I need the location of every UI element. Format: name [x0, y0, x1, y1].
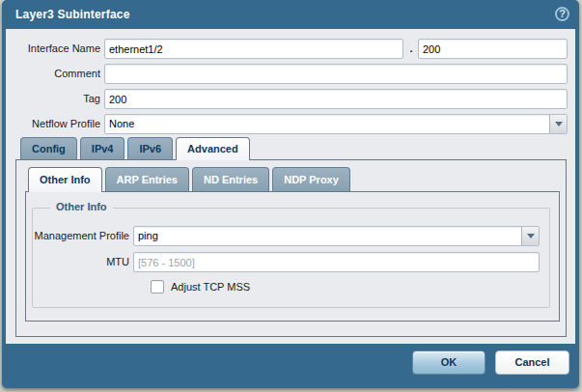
tag-input[interactable]: [104, 89, 568, 109]
adjust-tcp-mss-label: Adjust TCP MSS: [171, 278, 250, 296]
cancel-button[interactable]: Cancel: [495, 350, 569, 375]
main-tab-area: Config IPv4 IPv6 Advanced Other Info ARP…: [15, 137, 567, 337]
help-icon[interactable]: ?: [555, 7, 569, 21]
subtab-nd-entries[interactable]: ND Entries: [192, 167, 269, 191]
netflow-dropdown-trigger[interactable]: [549, 115, 567, 133]
netflow-profile-select[interactable]: None: [104, 114, 568, 134]
adjust-tcp-mss-row: Adjust TCP MSS: [33, 278, 549, 298]
management-profile-row: Management Profile ping: [33, 226, 549, 246]
tab-ipv6[interactable]: IPv6: [127, 137, 173, 159]
management-profile-label: Management Profile: [33, 226, 129, 246]
titlebar: Layer3 Subinterface ?: [2, 0, 579, 29]
tab-ipv4[interactable]: IPv4: [80, 137, 125, 159]
ok-button[interactable]: OK: [412, 350, 485, 375]
netflow-profile-label: Netflow Profile: [6, 114, 100, 134]
sub-tab-area: Other Info ARP Entries ND Entries NDP Pr…: [25, 167, 560, 322]
mtu-label: MTU: [33, 252, 129, 272]
subinterface-number-input[interactable]: [418, 39, 568, 59]
tag-label: Tag: [6, 89, 100, 109]
other-info-tab-panel: Other Info Management Profile ping: [25, 192, 560, 322]
subtab-arp-entries[interactable]: ARP Entries: [105, 167, 189, 191]
dialog-window: Layer3 Subinterface ? Interface Name . C…: [2, 0, 579, 388]
interface-name-row: Interface Name .: [6, 39, 575, 59]
comment-row: Comment: [6, 64, 575, 84]
netflow-profile-row: Netflow Profile None: [6, 114, 575, 134]
management-profile-value: ping: [134, 227, 521, 245]
subtab-other-info[interactable]: Other Info: [28, 167, 102, 192]
interface-name-label: Interface Name: [6, 39, 100, 59]
sub-tabstrip: Other Info ARP Entries ND Entries NDP Pr…: [25, 167, 560, 192]
main-tabstrip: Config IPv4 IPv6 Advanced: [15, 137, 567, 160]
comment-label: Comment: [6, 64, 100, 84]
mtu-input[interactable]: [133, 252, 540, 272]
chevron-down-icon: [527, 234, 535, 238]
footer: OK Cancel: [2, 344, 579, 388]
mtu-row: MTU: [33, 252, 549, 272]
management-profile-select[interactable]: ping: [133, 226, 540, 246]
tag-row: Tag: [6, 89, 575, 109]
tab-config[interactable]: Config: [20, 137, 77, 159]
subinterface-separator: .: [406, 39, 416, 59]
adjust-tcp-mss-checkbox[interactable]: [151, 280, 164, 294]
other-info-fieldset: Other Info Management Profile ping: [32, 208, 550, 308]
netflow-profile-value: None: [105, 115, 549, 133]
dialog-body: Interface Name . Comment Tag Netflow Pro…: [6, 29, 575, 344]
management-profile-trigger[interactable]: [521, 227, 539, 245]
subtab-ndp-proxy[interactable]: NDP Proxy: [272, 167, 350, 191]
window-title: Layer3 Subinterface: [15, 0, 130, 29]
comment-input[interactable]: [104, 64, 568, 84]
other-info-legend: Other Info: [50, 201, 113, 212]
tab-advanced[interactable]: Advanced: [176, 137, 250, 160]
advanced-tab-panel: Other Info ARP Entries ND Entries NDP Pr…: [15, 160, 567, 337]
interface-name-input[interactable]: [104, 39, 403, 59]
chevron-down-icon: [555, 122, 563, 126]
